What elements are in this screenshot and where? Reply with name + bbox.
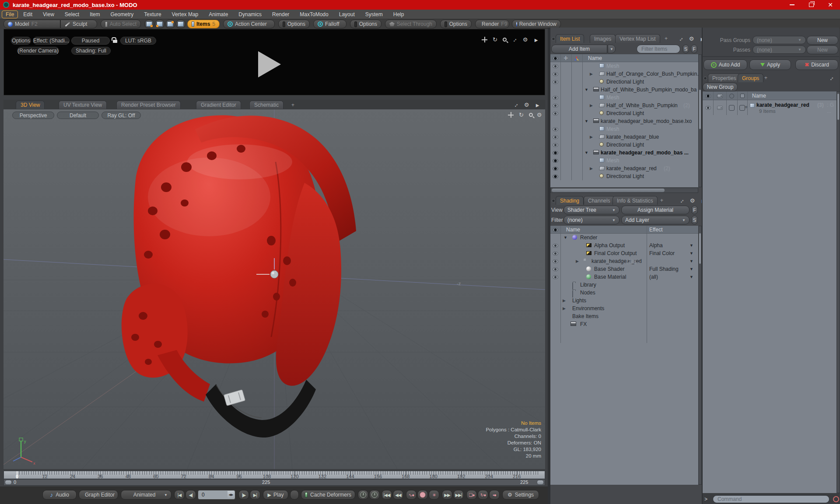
new-pass-group-button[interactable]: New — [807, 36, 838, 45]
item-row-selected[interactable]: karate_headgear_red_modo_bas ... — [550, 149, 698, 157]
visibility-column-icon[interactable] — [553, 56, 558, 60]
gear-icon[interactable] — [523, 102, 530, 108]
visibility-toggle[interactable] — [553, 244, 558, 248]
expand-icon[interactable] — [510, 35, 519, 44]
restore-button[interactable] — [802, 0, 821, 10]
tab-add[interactable]: + — [287, 101, 299, 109]
shader-row[interactable]: Library — [550, 281, 698, 289]
item-row[interactable]: Half_of_Orange_Color_Bush_Pumpkin... — [550, 70, 698, 78]
select-materials-button[interactable] — [176, 20, 186, 28]
prev-key-button[interactable]: ◀◀ — [393, 490, 403, 500]
item-row[interactable]: karate_headgear_red (2) — [550, 164, 698, 172]
camera-column-icon[interactable] — [717, 94, 723, 98]
visibility-toggle[interactable] — [705, 106, 711, 110]
select-through-options-button[interactable]: Options — [440, 20, 472, 28]
item-row[interactable]: karate_headgear_blue — [550, 133, 698, 141]
shader-row[interactable]: Bake Items — [550, 312, 698, 320]
visibility-toggle[interactable] — [553, 252, 558, 256]
shader-row[interactable]: FX — [550, 320, 698, 328]
pan-icon[interactable] — [482, 37, 487, 42]
preview-shading-button[interactable]: Shading: Full — [71, 47, 111, 55]
collapse-arrow-icon[interactable] — [584, 150, 588, 155]
visibility-column-icon[interactable] — [553, 228, 558, 232]
3d-viewport[interactable]: y x Perspective Default Ray GL: Off -z N… — [4, 109, 545, 469]
visibility-toggle[interactable] — [553, 127, 558, 131]
copy-key-button[interactable]: ❏● — [466, 490, 477, 500]
expand-arrow-icon[interactable] — [563, 306, 566, 311]
add-item-dropdown[interactable]: ▼ — [608, 45, 616, 53]
tab-render-preset-browser[interactable]: Render Preset Browser — [116, 101, 181, 109]
ik-key-button[interactable]: ✳ — [429, 490, 439, 500]
expand-icon[interactable] — [677, 196, 686, 205]
render-button[interactable]: Render F9 — [475, 20, 509, 28]
tab-vertex-map-list[interactable]: Vertex Map List — [615, 34, 660, 43]
f-button[interactable]: F — [691, 206, 698, 214]
menu-geometry[interactable]: Geometry — [105, 10, 139, 18]
axis-column-icon[interactable] — [571, 54, 582, 62]
falloff-button[interactable]: Falloff — [313, 20, 346, 28]
shader-tree-vscrollbar[interactable] — [698, 226, 702, 485]
effect-dropdown-icon[interactable] — [690, 275, 693, 279]
range-right-cap[interactable] — [537, 480, 544, 485]
group-row[interactable]: + karate_headgear_red (3) : G ... 9 Item… — [703, 100, 836, 115]
expand-arrow-icon[interactable] — [590, 166, 593, 171]
prev-keyframe-button[interactable]: |◀◀ — [382, 490, 392, 500]
preview-paused-button[interactable]: Paused — [71, 37, 110, 45]
delete-key-button[interactable]: ▪● — [489, 490, 500, 500]
auto-add-button[interactable]: + Auto Add — [704, 60, 747, 70]
visibility-toggle[interactable] — [553, 159, 558, 163]
camera-toggle[interactable] — [717, 106, 723, 110]
next-keyframe-button[interactable]: ▶▶| — [453, 490, 464, 500]
menu-item[interactable]: Item — [84, 10, 105, 18]
expand-icon[interactable] — [511, 100, 520, 109]
animation-mode-dropdown[interactable]: Animated▼ — [121, 490, 172, 500]
render-window-button[interactable]: Render Window — [512, 20, 561, 28]
graph-editor-button[interactable]: Graph Editor — [79, 490, 118, 500]
flyout-icon[interactable] — [534, 102, 541, 108]
model-button[interactable]: Model F2 — [4, 20, 60, 28]
item-row[interactable]: Directional Light — [550, 109, 698, 117]
menu-animate[interactable]: Animate — [203, 10, 233, 18]
item-tree-vscrollbar[interactable] — [698, 54, 702, 187]
expand-icon[interactable] — [826, 74, 836, 83]
preview-lut-button[interactable]: LUT: sRGB — [120, 37, 156, 45]
effect-dropdown-icon[interactable] — [690, 267, 693, 271]
passes-dropdown[interactable]: (none)▼ — [752, 46, 806, 54]
shader-row[interactable]: karate_headgear_red (2) (... — [550, 257, 698, 265]
lock-icon[interactable] — [113, 40, 117, 43]
effect-dropdown-icon[interactable] — [690, 259, 693, 263]
select-edges-button[interactable] — [155, 20, 164, 28]
item-row[interactable]: Mesh — [550, 125, 698, 133]
shader-row[interactable]: Alpha Output Alpha — [550, 242, 698, 249]
visibility-toggle[interactable] — [553, 96, 558, 100]
record-button[interactable] — [417, 490, 428, 500]
play-button[interactable]: ▶ Play — [263, 490, 288, 500]
visibility-toggle[interactable] — [553, 64, 558, 68]
render-camera-button[interactable]: (Render Camera) — [17, 47, 59, 55]
zoom-icon[interactable] — [503, 38, 507, 42]
tab-channels[interactable]: Channels — [584, 196, 615, 205]
go-to-start-button[interactable]: |◀ — [174, 490, 185, 500]
panel-pin-icon[interactable] — [552, 37, 555, 41]
visibility-toggle[interactable] — [553, 72, 558, 76]
menu-view[interactable]: View — [38, 10, 60, 18]
default-shading-button[interactable]: Default — [57, 112, 99, 119]
item-row[interactable]: Mesh — [550, 62, 698, 70]
collapse-arrow-icon[interactable] — [584, 119, 588, 123]
menu-vertex-map[interactable]: Vertex Map — [167, 10, 204, 18]
menu-system[interactable]: System — [360, 10, 388, 18]
visibility-toggle[interactable] — [553, 151, 558, 155]
select-through-button[interactable]: Select Through — [385, 20, 437, 28]
menu-dynamics[interactable]: Dynamics — [233, 10, 267, 18]
close-button[interactable]: ✕ — [821, 0, 840, 10]
tab-uv-texture-view[interactable]: UV Texture View — [59, 101, 107, 109]
perspective-button[interactable]: Perspective — [12, 112, 54, 119]
preview-options-button[interactable]: Options — [11, 37, 31, 45]
apply-button[interactable]: Apply — [749, 60, 791, 70]
items-mode-button[interactable]: Items 5 — [187, 20, 220, 28]
tab-gradient-editor[interactable]: Gradient Editor — [196, 101, 241, 109]
timeline-ruler[interactable]: 0122436486072849610812013214415616818019… — [4, 471, 545, 479]
settings-button[interactable]: Settings — [502, 490, 539, 500]
tab-schematic[interactable]: Schematic — [249, 101, 284, 109]
current-frame-marker[interactable] — [17, 471, 18, 479]
